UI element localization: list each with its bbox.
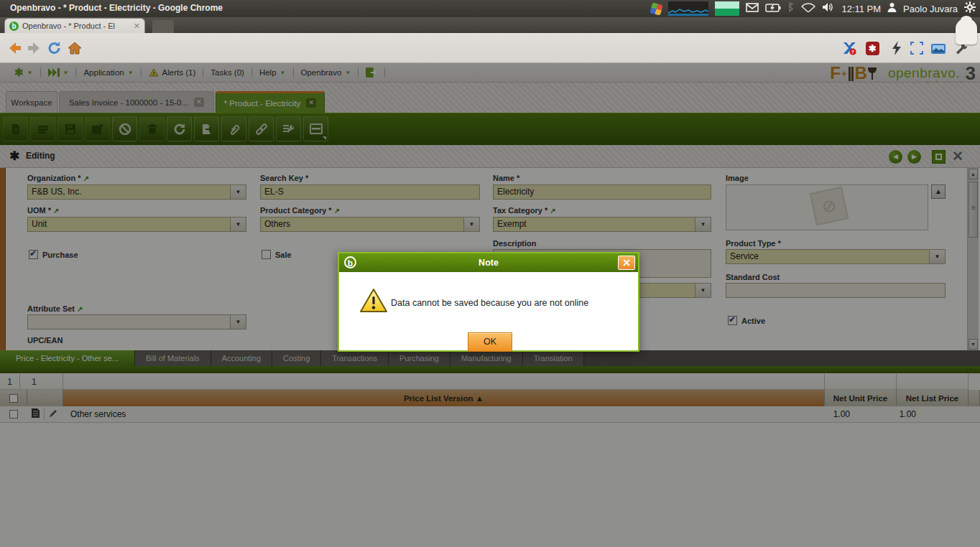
clock[interactable]: 12:11 PM <box>841 4 881 14</box>
system-monitor-widget[interactable] <box>668 1 708 16</box>
lightning-icon[interactable] <box>889 41 904 55</box>
selection-frame-icon[interactable] <box>910 41 924 55</box>
mail-icon[interactable] <box>746 2 759 15</box>
user-icon <box>887 2 897 15</box>
workspace-widget[interactable] <box>715 1 739 16</box>
session-user[interactable]: Paolo Juvara <box>903 4 958 14</box>
browser-tab[interactable]: b Openbravo - * Product - El ✕ <box>4 18 145 33</box>
system-tray: 12:11 PM Paolo Juvara <box>651 0 976 17</box>
extension-icon-2[interactable]: ✱ <box>865 41 879 55</box>
warning-icon <box>359 288 388 317</box>
volume-icon[interactable] <box>822 2 835 15</box>
dialog-message: Data cannot be saved because you are not… <box>391 298 588 308</box>
svg-text:?: ? <box>851 50 854 55</box>
dialog-close-button[interactable]: ✕ <box>618 256 635 270</box>
network-wifi-icon[interactable] <box>801 2 815 15</box>
openbravo-logo-icon: b <box>344 256 356 268</box>
browser-toolbar: localhost:8082/openbravo/#%7Bst:2,bm:%5B… <box>0 33 980 63</box>
dialog-header[interactable]: b Note ✕ <box>339 253 638 272</box>
os-titlebar: Openbravo - * Product - Electricity - Go… <box>0 0 980 17</box>
back-button[interactable] <box>6 39 23 57</box>
forward-button[interactable] <box>26 39 43 57</box>
notification-indicator <box>956 19 977 45</box>
svg-text:✱: ✱ <box>869 43 877 54</box>
screenshot-icon[interactable] <box>931 41 946 55</box>
bluetooth-icon[interactable] <box>787 2 795 15</box>
dialog-title: Note <box>339 258 638 268</box>
browser-tabstrip: b Openbravo - * Product - El ✕ <box>0 17 980 33</box>
session-gear-icon[interactable] <box>964 1 976 16</box>
window-title: Openbravo - * Product - Electricity - Go… <box>10 3 223 13</box>
new-tab-button[interactable] <box>152 20 174 33</box>
note-dialog: b Note ✕ Data cannot be saved because yo… <box>338 252 639 352</box>
ok-button[interactable]: OK <box>468 332 512 352</box>
openbravo-app: ✱▼ ▼ Application▼ !Alerts (1) Tasks (0) … <box>0 63 980 547</box>
tab-close-icon[interactable]: ✕ <box>134 22 140 31</box>
home-button[interactable] <box>66 39 83 57</box>
dialog-body: Data cannot be saved because you are not… <box>339 272 638 350</box>
openbravo-favicon-icon: b <box>9 22 19 31</box>
reload-button[interactable] <box>46 39 63 57</box>
battery-icon[interactable] <box>765 2 781 15</box>
app-indicator-icon[interactable] <box>650 2 663 15</box>
extension-icon-1[interactable]: ? <box>842 41 856 55</box>
browser-tab-title: Openbravo - * Product - El <box>22 22 130 30</box>
